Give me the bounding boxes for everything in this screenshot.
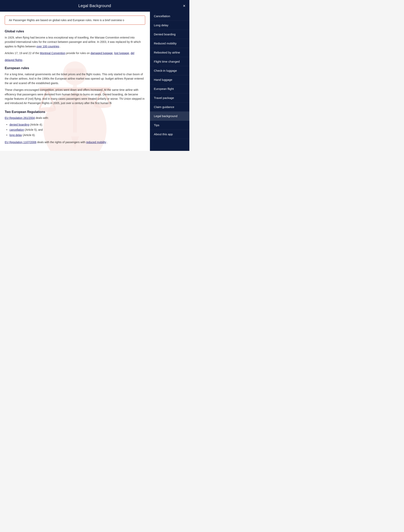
reduced-mobility-link[interactable]: reduced mobility (86, 141, 106, 144)
list-item: long delay (Article 6). (6, 133, 145, 137)
global-rules-p2: Articles 17, 19 and 22 of the Montreal C… (5, 51, 145, 55)
sidebar-item-flight-time-changed[interactable]: Flight time changed (150, 57, 189, 66)
alert-box: Air Passenger Rights are based on global… (5, 16, 145, 25)
global-rules-heading: Global rules (5, 29, 145, 33)
del-link[interactable]: del (131, 52, 134, 55)
damaged-luggage-link[interactable]: damaged luggage (91, 52, 113, 55)
main-layout: Air Passenger Rights are based on global… (0, 12, 189, 151)
sidebar-item-reduced-mobility[interactable]: Reduced mobility (150, 39, 189, 48)
global-rules-p1: In 1929, when flying had become a less e… (5, 35, 145, 49)
sidebar-item-denied-boarding[interactable]: Denied boarding (150, 30, 189, 39)
sidebar-item-rebooked-by-airline[interactable]: Rebooked by airline (150, 48, 189, 57)
sidebar-item-about-this-app[interactable]: About this app (150, 130, 189, 139)
list-item: denied boarding (Article 4); (6, 123, 145, 127)
sidebar-item-travel-package[interactable]: Travel package (150, 93, 189, 103)
over-100-countries-link[interactable]: over 100 countries (37, 45, 59, 48)
lost-luggage-link[interactable]: lost luggage (114, 52, 129, 55)
cancellation-link[interactable]: cancellation (9, 128, 24, 131)
list-item: cancellation (Article 5), and (6, 128, 145, 132)
alert-text: Air Passenger Rights are based on global… (9, 19, 124, 22)
long-delay-link[interactable]: long delay (9, 134, 22, 137)
content-area: Air Passenger Rights are based on global… (0, 12, 150, 151)
delayed-flights-link[interactable]: delayed flights (5, 58, 23, 62)
content-inner: Air Passenger Rights are based on global… (5, 16, 145, 144)
eu-reg-261-link[interactable]: EU Regulation 261/2004 (5, 116, 35, 119)
sidebar-item-tips[interactable]: Tips (150, 121, 189, 130)
denied-boarding-link[interactable]: denied boarding (9, 123, 29, 126)
european-rules-p2: These changes encouraged competition, pr… (5, 88, 145, 105)
european-rules-p1: For a long time, national governments se… (5, 72, 145, 85)
sidebar-item-claim-guidance[interactable]: Claim guidance (150, 103, 189, 111)
global-rules-p3: delayed flights . (5, 58, 145, 62)
close-button[interactable]: × (183, 4, 185, 8)
sidebar-item-hand-luggage[interactable]: Hand luggage (150, 75, 189, 84)
page-title: Legal Background (78, 4, 111, 8)
sidebar: CancellationLong delayDenied boardingRed… (150, 12, 189, 151)
sidebar-item-legal-background[interactable]: Legal background (150, 111, 189, 121)
european-rules-heading: European rules (5, 66, 145, 70)
app-header: Legal Background × (0, 0, 189, 12)
sidebar-item-long-delay[interactable]: Long delay (150, 21, 189, 30)
montreal-convention-link[interactable]: Montreal Convention (40, 52, 65, 55)
sidebar-item-check-in-luggage[interactable]: Check-in luggage (150, 66, 189, 75)
two-regs-intro: EU Regulation 261/2004 deals with: (5, 116, 145, 120)
reg2-text: EU Regulation 1107/2006 deals with the r… (5, 140, 145, 144)
sidebar-item-european-flight[interactable]: European flight (150, 84, 189, 93)
eu-reg-1107-link[interactable]: EU Regulation 1107/2006 (5, 141, 36, 144)
sidebar-item-cancellation[interactable]: Cancellation (150, 12, 189, 21)
regulation-list: denied boarding (Article 4); cancellatio… (5, 123, 145, 137)
two-regs-heading: Two European Regulations (5, 110, 145, 114)
